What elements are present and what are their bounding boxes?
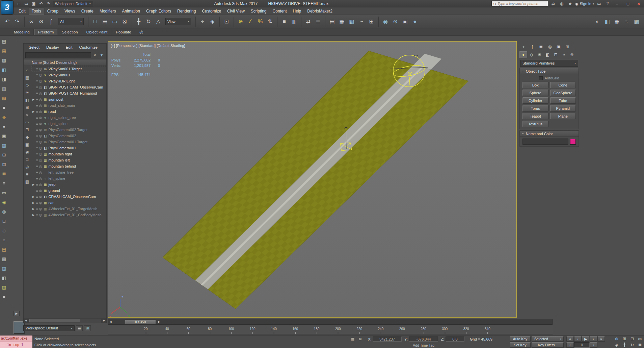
dock-toolbar-icon[interactable]: ▦ [0, 254, 8, 264]
dock-toolbar-icon[interactable]: ▣ [0, 131, 8, 141]
visibility-icon[interactable]: ◎ [39, 207, 42, 211]
expand-arrow-icon[interactable]: ▶ [32, 98, 35, 101]
render-in-cloud-icon[interactable]: ◧ [602, 17, 612, 27]
dock-toolbar-icon[interactable]: □ [0, 216, 8, 226]
utilities-tab-icon[interactable]: ⊞ [563, 43, 571, 50]
dock-toolbar-icon[interactable]: ■ [0, 103, 8, 112]
layer-icon[interactable]: ≡ [36, 213, 38, 217]
dock-toolbar-icon[interactable]: ◧ [0, 65, 8, 74]
primitive-button[interactable]: GeoSphere [550, 90, 576, 96]
menu-item[interactable]: Content [270, 8, 290, 15]
layer-icon[interactable]: ≡ [36, 183, 38, 187]
x-coordinate-field[interactable]: 3421.237 [373, 337, 402, 342]
layer-icon[interactable]: ≡ [36, 146, 38, 150]
select-by-name-icon[interactable]: ▤ [100, 17, 110, 27]
named-selection-sets-icon[interactable]: ▥ [289, 17, 299, 27]
redo-icon[interactable]: ↷ [12, 17, 22, 27]
isolate-selection-toggle-icon[interactable]: ▦ [350, 337, 356, 342]
scene-object-row[interactable]: ▶ ≡ ◎ ▦ mountain left [31, 157, 106, 163]
scene-object-row[interactable]: ▶ ≡ ◎ ▦ road [31, 108, 106, 115]
maximize-button[interactable]: ◻ [623, 0, 633, 7]
scene-explorer-menu-item[interactable]: Edit [63, 44, 76, 50]
menu-item[interactable]: Edit [16, 8, 29, 15]
layer-icon[interactable]: ≡ [36, 134, 38, 138]
layer-icon[interactable]: ≡ [36, 165, 38, 168]
hierarchy-tab-icon[interactable]: ≣ [537, 43, 545, 50]
maximize-viewport-toggle-icon[interactable]: ⊠ [636, 342, 644, 348]
visibility-icon[interactable]: ◎ [39, 134, 42, 138]
visibility-icon[interactable]: ◎ [39, 183, 42, 187]
close-button[interactable]: ✕ [634, 0, 643, 7]
select-and-move-icon[interactable]: ╋ [132, 17, 143, 27]
previous-frame-arrow-icon[interactable]: ◀ [108, 320, 113, 324]
dock-toolbar-icon[interactable]: ◨ [0, 74, 8, 84]
motion-tab-icon[interactable]: ◎ [546, 43, 554, 50]
create-tab-icon[interactable]: + [519, 43, 528, 50]
primitive-button[interactable]: Sphere [522, 90, 548, 96]
3ds-max-logo[interactable]: 3 [1, 0, 14, 15]
use-pivot-point-center-icon[interactable]: ⌖ [195, 17, 207, 27]
key-filters-button[interactable]: Key Filters... [532, 342, 564, 348]
primitive-button[interactable]: Tube [550, 97, 576, 104]
state-sets-icon[interactable]: ▨ [632, 17, 641, 27]
dock-flyout-button[interactable]: ▶ [14, 311, 20, 316]
filter-selection-icon[interactable]: □ [24, 156, 31, 163]
zoom-all-icon[interactable]: ⊞ [621, 336, 628, 342]
scene-object-row[interactable]: ▶ ≡ ◎ ◧ SIGN POST CAM_ObserverCam [31, 84, 106, 90]
cameras-category-icon[interactable]: ◧ [544, 51, 552, 58]
bind-to-space-warp-icon[interactable]: ∫ [46, 17, 56, 27]
scene-object-row[interactable]: ▶ ≡ ◎ ▦ 4WheelerExt_01_CarBodyMesh [31, 212, 106, 218]
scene-object-row[interactable]: ▶ ≡ ◎ ◧ CRASH CAM_ObserverCam [31, 194, 106, 200]
menu-item[interactable]: Rendering [174, 8, 199, 15]
field-of-view-icon[interactable]: ◈ [613, 342, 620, 348]
autogrid-checkbox[interactable] [539, 76, 543, 80]
visibility-icon[interactable]: ◎ [39, 140, 42, 144]
scene-object-row[interactable]: ▶ ≡ ◎ ◧ PhysCamera002 [31, 133, 106, 139]
selection-lock-toggle-icon[interactable]: ⊠ [357, 337, 363, 342]
visibility-icon[interactable]: ◎ [39, 110, 42, 114]
spacewarps-category-icon[interactable]: ≈ [560, 51, 568, 58]
visibility-icon[interactable]: ◎ [39, 158, 42, 162]
filter-all-icon[interactable]: ○ [24, 67, 31, 74]
layer-icon[interactable]: ≡ [36, 116, 38, 120]
next-frame-arrow-icon[interactable]: ▶ [157, 320, 161, 324]
workspace-footer-dropdown[interactable]: Workspace: Default ▾ [23, 325, 75, 331]
scene-object-row[interactable]: ▶ ≡ ◎ ≈ left_spline [31, 175, 106, 181]
scene-object-row[interactable]: ▶ ≡ ◎ ▦ car [31, 200, 106, 206]
primitive-button[interactable]: Torus [522, 105, 548, 111]
scene-object-row[interactable]: ▶ ≡ ◎ ▦ 4WheelerExt_01_TargetMesh [31, 206, 106, 212]
auto-key-button[interactable]: Auto Key [510, 336, 531, 342]
notification-icon[interactable]: ◎ [558, 1, 565, 7]
material-editor-icon[interactable]: ◉ [378, 17, 390, 27]
object-type-rollout-header[interactable]: − Object Type [519, 68, 579, 74]
track-bar[interactable]: 2040608010012014016018020022024026028030… [108, 325, 553, 334]
filter-frozen-icon[interactable]: ■ [24, 171, 31, 178]
layer-icon[interactable]: ≡ [36, 189, 38, 193]
help-icon[interactable]: ? [604, 1, 611, 7]
scrollbar-thumb[interactable] [29, 319, 80, 322]
dock-toolbar-icon[interactable]: ▤ [0, 36, 8, 46]
primitive-button[interactable]: Teapot [522, 113, 548, 119]
visibility-icon[interactable]: ◎ [39, 104, 42, 107]
primitive-button[interactable]: TextPlus [522, 121, 548, 127]
new-scene-explorer-icon[interactable]: ⊞ [84, 325, 91, 331]
unlink-selection-icon[interactable]: ⊘ [36, 17, 46, 27]
curve-editor-icon[interactable]: ~ [357, 17, 366, 27]
window-crossing-toggle-icon[interactable]: ⊠ [120, 17, 129, 27]
pan-icon[interactable]: ╋ [621, 342, 628, 348]
visibility-icon[interactable]: ◎ [39, 92, 42, 95]
dock-toolbar-icon[interactable]: ▧ [0, 93, 8, 103]
primitive-button[interactable]: Plane [550, 113, 576, 119]
render-production-icon[interactable]: ● [410, 17, 420, 27]
percent-snap-toggle-icon[interactable]: % [256, 17, 265, 27]
layer-icon[interactable]: ≡ [36, 67, 38, 71]
dock-toolbar-icon[interactable]: ■ [0, 292, 8, 301]
z-coordinate-field[interactable]: 0.0 [446, 337, 464, 342]
modify-tab-icon[interactable]: ∫ [528, 43, 536, 50]
y-coordinate-field[interactable]: -676.844 [409, 337, 438, 342]
ribbon-tab[interactable]: Selection [58, 29, 82, 35]
scene-object-row[interactable]: ▶ ≡ ◎ ▦ mountain right [31, 151, 106, 157]
layer-icon[interactable]: ≡ [36, 79, 38, 83]
expand-arrow-icon[interactable]: ▶ [32, 183, 35, 186]
desktop-share-icon[interactable]: ▭ [596, 1, 602, 7]
